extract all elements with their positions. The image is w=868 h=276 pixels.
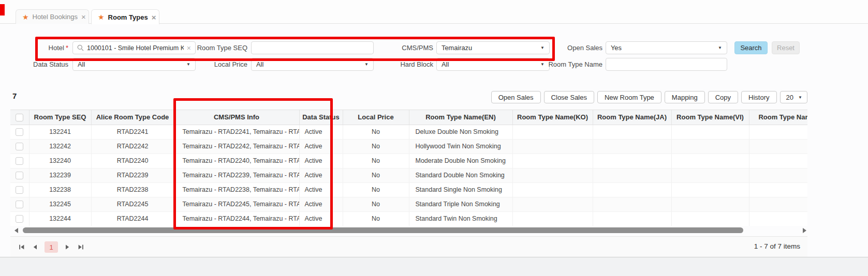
table-row[interactable]: 132240RTAD2240Temairazu - RTAD2240, Tema… xyxy=(10,154,807,168)
column-header-room-type-name-clipped[interactable]: Room Type Name( xyxy=(749,110,807,125)
cell-room-type-seq: 132240 xyxy=(29,154,91,168)
table-row[interactable]: 132244RTAD2244Temairazu - RTAD2244, Tema… xyxy=(10,211,807,226)
column-header-room-type-name-ja[interactable]: Room Type Name(JA) xyxy=(593,110,671,125)
cms-pms-value: Temairazu xyxy=(442,44,472,52)
cell-room-type-name-en: Standard Triple Non Smoking xyxy=(409,197,512,211)
column-header-cms-pms-info[interactable]: CMS/PMS Info xyxy=(174,110,299,125)
page-number-current[interactable]: 1 xyxy=(45,241,58,253)
room-type-seq-label: Room Type SEQ xyxy=(176,41,247,54)
cell-room-type-name-ko xyxy=(512,211,593,226)
cell-room-type-name-en: Moderate Double Non Smoking xyxy=(409,154,512,168)
search-button[interactable]: Search xyxy=(734,41,768,54)
row-checkbox[interactable] xyxy=(16,128,23,136)
row-checkbox[interactable] xyxy=(16,143,23,150)
cell-local-price: No xyxy=(343,182,409,197)
select-all-checkbox[interactable] xyxy=(16,114,23,121)
room-type-seq-input[interactable] xyxy=(256,44,369,52)
column-header-room-type-name-vi[interactable]: Room Type Name(VI) xyxy=(671,110,749,125)
cell-room-type-seq: 132242 xyxy=(29,139,91,154)
row-checkbox-cell xyxy=(10,168,29,182)
row-checkbox[interactable] xyxy=(16,201,23,208)
cell-room-type-name-ko xyxy=(512,139,593,154)
cell-room-type-name-vi xyxy=(671,182,749,197)
cell-room-type-name-en: Deluxe Double Non Smoking xyxy=(409,125,512,139)
cell-room-type-name-vi xyxy=(671,139,749,154)
tab-label: Hotel Bookings xyxy=(33,13,78,21)
data-status-label: Data Status xyxy=(10,58,68,71)
column-header-room-type-name-ko[interactable]: Room Type Name(KO) xyxy=(512,110,593,125)
row-checkbox-cell xyxy=(10,154,29,168)
previous-page-icon[interactable] xyxy=(31,243,39,251)
copy-button[interactable]: Copy xyxy=(708,91,738,103)
cell-alice-room-type-code: RTAD2245 xyxy=(91,197,174,211)
cell-local-price: No xyxy=(343,139,409,154)
mapping-button[interactable]: Mapping xyxy=(665,91,705,103)
last-page-icon[interactable] xyxy=(77,243,85,251)
cell-room-type-name-ja xyxy=(593,154,671,168)
cell-room-type-name-ko xyxy=(512,125,593,139)
app-window: ★ Hotel Bookings × ★ Room Types × Hotel*… xyxy=(0,0,868,276)
row-checkbox[interactable] xyxy=(16,172,23,179)
data-status-value: All xyxy=(78,60,85,68)
cell-cms-pms-info: Temairazu - RTAD2241, Temairazu - RTA... xyxy=(174,125,299,139)
column-header-data-status[interactable]: Data Status xyxy=(299,110,343,125)
tab-bar: ★ Hotel Bookings × ★ Room Types × xyxy=(0,0,868,24)
open-sales-dropdown[interactable]: Yes ▼ xyxy=(606,41,727,54)
column-header-alice-room-type-code[interactable]: Alice Room Type Code xyxy=(91,110,174,125)
cell-room-type-name-ja xyxy=(593,125,671,139)
cell-local-price: No xyxy=(343,154,409,168)
scrollbar-thumb[interactable] xyxy=(23,227,743,233)
cell-room-type-name-ko xyxy=(512,182,593,197)
cell-room-type-seq: 132239 xyxy=(29,168,91,182)
column-header-room-type-name-en[interactable]: Room Type Name(EN) xyxy=(409,110,512,125)
cell-alice-room-type-code: RTAD2242 xyxy=(91,139,174,154)
history-button[interactable]: History xyxy=(741,91,776,103)
cell-room-type-seq: 132244 xyxy=(29,211,91,226)
close-tab-icon[interactable]: × xyxy=(81,13,86,21)
cell-room-type-name-clipped xyxy=(749,154,807,168)
table-row[interactable]: 132245RTAD2245Temairazu - RTAD2245, Tema… xyxy=(10,197,807,211)
row-checkbox-cell xyxy=(10,182,29,197)
chevron-down-icon: ▼ xyxy=(364,63,369,67)
cell-room-type-name-clipped xyxy=(749,211,807,226)
table-row[interactable]: 132241RTAD2241Temairazu - RTAD2241, Tema… xyxy=(10,125,807,139)
column-header-local-price[interactable]: Local Price xyxy=(343,110,409,125)
row-checkbox[interactable] xyxy=(16,215,23,223)
pager-bar: 1 1 - 7 of 7 items xyxy=(10,236,807,257)
new-room-type-button[interactable]: New Room Type xyxy=(597,91,661,103)
tab-hotel-bookings[interactable]: ★ Hotel Bookings × xyxy=(16,9,89,24)
table-header-row: Room Type SEQ Alice Room Type Code CMS/P… xyxy=(10,110,807,125)
hard-block-label: Hard Block xyxy=(373,58,433,71)
column-header-room-type-seq[interactable]: Room Type SEQ xyxy=(29,110,91,125)
cell-alice-room-type-code: RTAD2240 xyxy=(91,154,174,168)
favorite-star-icon: ★ xyxy=(98,13,105,21)
data-status-dropdown[interactable]: All ▼ xyxy=(72,58,196,71)
grid-toolbar: Open Sales Close Sales New Room Type Map… xyxy=(466,91,807,103)
row-checkbox[interactable] xyxy=(16,186,23,194)
first-page-icon[interactable] xyxy=(18,243,26,251)
scroll-right-arrow-icon[interactable] xyxy=(803,228,806,233)
table-row[interactable]: 132239RTAD2239Temairazu - RTAD2239, Tema… xyxy=(10,168,807,182)
cell-room-type-seq: 132245 xyxy=(29,197,91,211)
table-row[interactable]: 132238RTAD2238Temairazu - RTAD2238, Tema… xyxy=(10,182,807,197)
scroll-left-arrow-icon[interactable] xyxy=(14,228,18,233)
tab-room-types[interactable]: ★ Room Types × xyxy=(91,9,159,24)
items-range-text: 1 - 7 of 7 items xyxy=(754,242,800,250)
cell-room-type-name-ja xyxy=(593,211,671,226)
page-size-dropdown[interactable]: 20 ▼ xyxy=(780,91,807,103)
cell-local-price: No xyxy=(343,211,409,226)
open-sales-button[interactable]: Open Sales xyxy=(491,91,541,103)
next-page-icon[interactable] xyxy=(63,243,71,251)
cell-room-type-name-vi xyxy=(671,168,749,182)
cell-room-type-name-clipped xyxy=(749,125,807,139)
cell-room-type-name-ja xyxy=(593,168,671,182)
local-price-dropdown[interactable]: All ▼ xyxy=(251,58,374,71)
cell-room-type-name-en: Standard Twin Non Smoking xyxy=(409,211,512,226)
close-sales-button[interactable]: Close Sales xyxy=(544,91,594,103)
room-type-name-input[interactable] xyxy=(610,61,723,68)
close-tab-icon[interactable]: × xyxy=(152,13,156,21)
table-row[interactable]: 132242RTAD2242Temairazu - RTAD2242, Tema… xyxy=(10,139,807,154)
reset-button[interactable]: Reset xyxy=(772,41,800,54)
cms-pms-dropdown[interactable]: Temairazu ▼ xyxy=(436,41,550,54)
row-checkbox[interactable] xyxy=(16,157,23,165)
